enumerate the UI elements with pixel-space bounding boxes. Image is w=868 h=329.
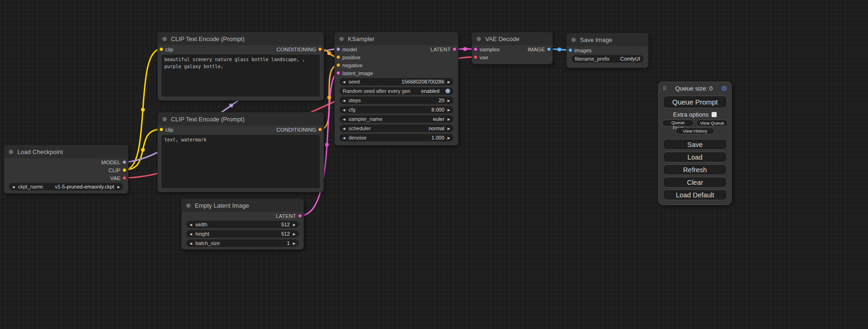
toggle-dot-icon[interactable] — [445, 89, 450, 93]
node-titlebar[interactable]: VAE Decode — [472, 32, 552, 45]
input-port-images[interactable] — [568, 48, 572, 52]
input-label: vae — [480, 55, 488, 60]
collapse-dot[interactable] — [9, 150, 13, 154]
node-titlebar[interactable]: CLIP Text Encode (Prompt) — [158, 32, 324, 45]
collapse-dot[interactable] — [572, 38, 576, 42]
port-row: latent_image — [335, 69, 458, 77]
input-port-positive[interactable] — [336, 55, 340, 59]
queue-front-button[interactable]: Queue Front — [662, 119, 694, 126]
widget-cfg[interactable]: ◀ cfg 8.000 ▶ — [339, 106, 453, 113]
increment-arrow-icon[interactable]: ▶ — [448, 127, 450, 130]
increment-arrow-icon[interactable]: ▶ — [448, 118, 450, 121]
increment-arrow-icon[interactable]: ▶ — [448, 99, 450, 102]
increment-arrow-icon[interactable]: ▶ — [293, 232, 296, 236]
increment-arrow-icon[interactable]: ▶ — [448, 136, 450, 140]
link-midpoint-dot — [325, 143, 329, 147]
decrement-arrow-icon[interactable]: ◀ — [343, 136, 345, 140]
input-port-negative[interactable] — [336, 63, 340, 67]
port-row: model LATENT — [335, 45, 458, 53]
widget-denoise[interactable]: ◀ denoise 1.000 ▶ — [339, 134, 453, 141]
input-port-clip[interactable] — [159, 127, 163, 132]
output-port-model[interactable] — [122, 160, 127, 164]
node-titlebar[interactable]: Save Image — [567, 33, 648, 46]
queue-prompt-button[interactable]: Queue Prompt — [663, 96, 727, 108]
increment-arrow-icon[interactable]: ▶ — [448, 108, 450, 112]
output-port-latent[interactable] — [452, 47, 457, 51]
decrement-arrow-icon[interactable]: ◀ — [12, 185, 14, 189]
decrement-arrow-icon[interactable]: ◀ — [343, 118, 345, 121]
widget-batch-size[interactable]: ◀ batch_size 1 ▶ — [186, 239, 299, 247]
input-label: negative — [342, 63, 362, 68]
node-load-checkpoint[interactable]: Load Checkpoint MODEL CLIP VAE ◀ ckpt_na… — [4, 145, 128, 194]
output-port-image[interactable] — [547, 47, 551, 51]
input-port-clip[interactable] — [159, 47, 163, 51]
input-port-model[interactable] — [336, 47, 340, 51]
decrement-arrow-icon[interactable]: ◀ — [343, 99, 345, 102]
node-title: VAE Decode — [485, 35, 519, 42]
widget-scheduler[interactable]: ◀ scheduler normal ▶ — [339, 125, 453, 132]
input-port-vae[interactable] — [473, 55, 478, 59]
node-title: CLIP Text Encode (Prompt) — [171, 35, 245, 42]
widget-height[interactable]: ◀ height 512 ▶ — [186, 230, 299, 238]
output-port-clip[interactable] — [122, 168, 127, 172]
widget-label: filename_prefix — [575, 56, 610, 62]
decrement-arrow-icon[interactable]: ◀ — [343, 108, 345, 112]
drag-handle-icon[interactable]: ⠿ — [663, 85, 667, 92]
extra-options-checkbox[interactable] — [712, 112, 717, 117]
node-clip-text-encode-positive[interactable]: CLIP Text Encode (Prompt) clip CONDITION… — [157, 32, 324, 101]
collapse-dot[interactable] — [162, 117, 167, 121]
output-port-conditioning[interactable] — [318, 47, 322, 51]
input-port-samples[interactable] — [473, 47, 478, 51]
collapse-dot[interactable] — [162, 37, 167, 41]
collapse-dot[interactable] — [339, 37, 344, 41]
node-save-image[interactable]: Save Image images filename_prefix ComfyU… — [566, 33, 649, 68]
widget-sampler-name[interactable]: ◀ sampler_name euler ▶ — [339, 115, 453, 123]
prompt-textarea[interactable]: text, watermark — [162, 135, 320, 188]
input-port-latent-image[interactable] — [336, 71, 340, 75]
load-default-button[interactable]: Load Default — [663, 189, 727, 200]
node-clip-text-encode-negative[interactable]: CLIP Text Encode (Prompt) clip CONDITION… — [157, 112, 324, 192]
output-port-vae[interactable] — [122, 176, 127, 180]
node-titlebar[interactable]: KSampler — [335, 32, 458, 45]
view-queue-button[interactable]: View Queue — [696, 119, 728, 126]
node-titlebar[interactable]: Empty Latent Image — [182, 199, 303, 212]
collapse-dot[interactable] — [186, 203, 191, 208]
widget-ckpt-name[interactable]: ◀ ckpt_name v1-5-pruned-emaonly.ckpt ▶ — [9, 183, 123, 190]
output-label: CLIP — [108, 168, 120, 173]
load-button[interactable]: Load — [663, 152, 727, 162]
node-title: Empty Latent Image — [195, 202, 249, 209]
node-graph-canvas[interactable]: { "colors": { "model": "#B39DDB", "clip"… — [0, 0, 868, 329]
node-ksampler[interactable]: KSampler model LATENT positive negative … — [334, 32, 459, 146]
output-port-latent[interactable] — [298, 214, 302, 218]
prompt-textarea[interactable]: beautiful scenery nature glass bottle la… — [162, 55, 320, 97]
increment-arrow-icon[interactable]: ▶ — [293, 223, 296, 226]
widget-seed[interactable]: ◀ seed 156680208700286 ▶ — [339, 78, 453, 85]
widget-filename-prefix[interactable]: filename_prefix ComfyUI — [572, 55, 643, 63]
widget-random-seed-toggle[interactable]: Random seed after every gen enabled — [339, 87, 453, 95]
widget-steps[interactable]: ◀ steps 20 ▶ — [339, 97, 453, 104]
output-label: LATENT — [430, 47, 451, 52]
collapse-dot[interactable] — [477, 37, 481, 41]
decrement-arrow-icon[interactable]: ◀ — [190, 242, 192, 245]
settings-gear-icon[interactable]: ⚙ — [721, 84, 727, 93]
node-empty-latent-image[interactable]: Empty Latent Image LATENT ◀ width 512 ▶ … — [181, 198, 304, 250]
save-button[interactable]: Save — [663, 139, 727, 150]
increment-arrow-icon[interactable]: ▶ — [448, 80, 450, 84]
clear-button[interactable]: Clear — [663, 177, 727, 188]
node-titlebar[interactable]: CLIP Text Encode (Prompt) — [158, 112, 324, 126]
refresh-button[interactable]: Refresh — [663, 164, 727, 175]
increment-arrow-icon[interactable]: ▶ — [293, 242, 296, 245]
node-titlebar[interactable]: Load Checkpoint — [4, 145, 128, 158]
node-vae-decode[interactable]: VAE Decode samples IMAGE vae — [472, 32, 553, 64]
increment-arrow-icon[interactable]: ▶ — [118, 185, 120, 189]
decrement-arrow-icon[interactable]: ◀ — [343, 80, 345, 84]
widget-value: 512 — [281, 231, 289, 237]
decrement-arrow-icon[interactable]: ◀ — [190, 232, 192, 236]
widget-width[interactable]: ◀ width 512 ▶ — [186, 221, 299, 228]
decrement-arrow-icon[interactable]: ◀ — [190, 223, 192, 226]
output-port-conditioning[interactable] — [318, 127, 322, 132]
view-history-button[interactable]: View History — [676, 127, 714, 134]
widget-label: ckpt_name — [18, 184, 43, 189]
decrement-arrow-icon[interactable]: ◀ — [343, 127, 345, 130]
output-label: VAE — [110, 175, 120, 181]
